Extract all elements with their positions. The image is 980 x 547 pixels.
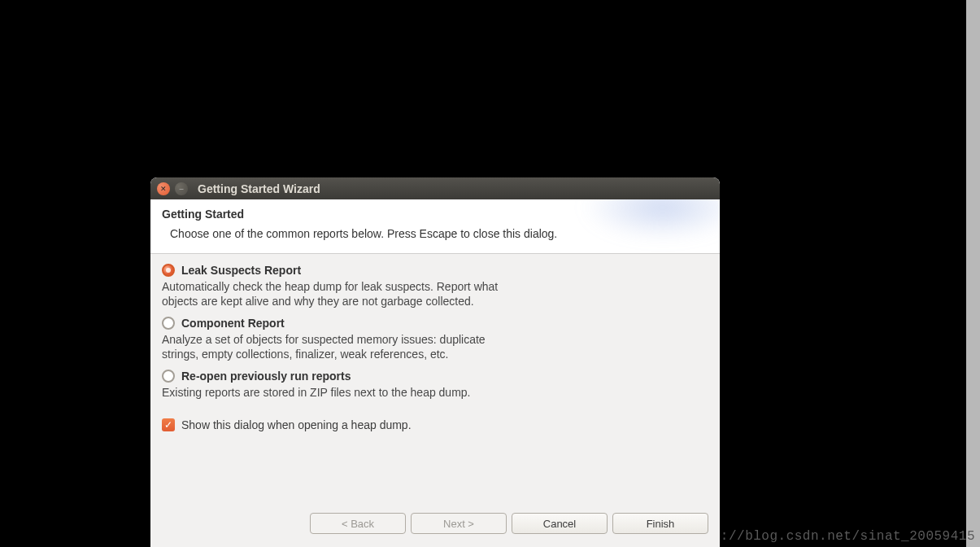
titlebar[interactable]: ✕ – Getting Started Wizard xyxy=(150,177,720,199)
back-button: < Back xyxy=(310,513,406,534)
option-title: Leak Suspects Report xyxy=(181,264,301,277)
finish-button[interactable]: Finish xyxy=(612,513,708,534)
cancel-button[interactable]: Cancel xyxy=(512,513,608,534)
option-title: Component Report xyxy=(181,317,285,330)
page-right-gutter xyxy=(966,0,980,547)
option-component-report: Component Report Analyze a set of object… xyxy=(162,317,708,361)
close-icon[interactable]: ✕ xyxy=(157,182,170,195)
option-leak-suspects: Leak Suspects Report Automatically check… xyxy=(162,264,708,309)
show-dialog-label: Show this dialog when opening a heap dum… xyxy=(181,418,412,431)
option-reopen-reports: Re-open previously run reports Existing … xyxy=(162,370,708,400)
watermark-text: http://blog.csdn.net/sinat_20059415 xyxy=(687,529,975,544)
radio-icon[interactable] xyxy=(162,317,175,330)
getting-started-dialog: ✕ – Getting Started Wizard Getting Start… xyxy=(150,177,720,547)
option-title: Re-open previously run reports xyxy=(181,370,351,383)
window-title: Getting Started Wizard xyxy=(198,182,320,195)
show-dialog-row[interactable]: ✓ Show this dialog when opening a heap d… xyxy=(162,418,708,431)
option-head[interactable]: Component Report xyxy=(162,317,708,330)
next-button: Next > xyxy=(411,513,507,534)
minimize-icon[interactable]: – xyxy=(175,182,188,195)
option-desc: Automatically check the heap dump for le… xyxy=(162,280,520,309)
option-head[interactable]: Leak Suspects Report xyxy=(162,264,708,277)
option-head[interactable]: Re-open previously run reports xyxy=(162,370,708,383)
dialog-header: Getting Started Choose one of the common… xyxy=(150,199,720,254)
dialog-footer: < Back Next > Cancel Finish xyxy=(150,505,720,547)
radio-icon[interactable] xyxy=(162,370,175,383)
option-desc: Existing reports are stored in ZIP files… xyxy=(162,386,520,400)
dialog-content: Leak Suspects Report Automatically check… xyxy=(150,254,720,435)
option-desc: Analyze a set of objects for suspected m… xyxy=(162,333,520,361)
checkbox-icon[interactable]: ✓ xyxy=(162,418,175,431)
radio-icon[interactable] xyxy=(162,264,175,277)
header-decoration xyxy=(581,199,720,240)
